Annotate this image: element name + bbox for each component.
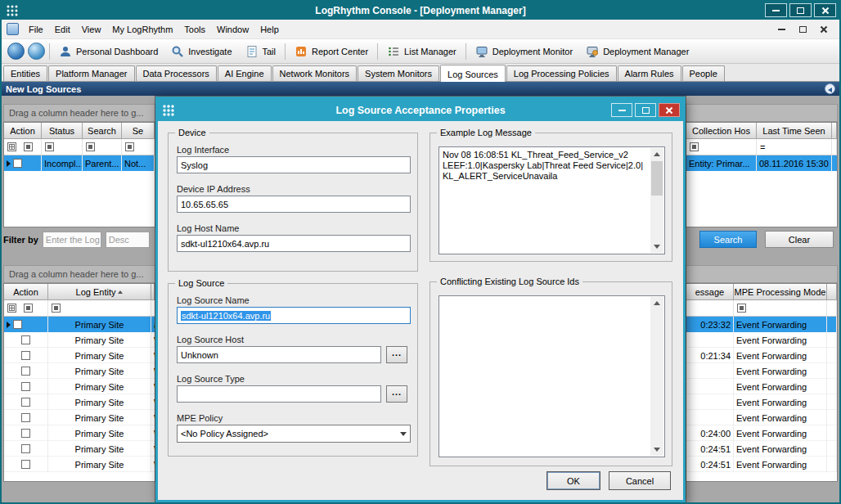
menu-view[interactable]: View (76, 21, 107, 38)
toolbar-deployment-monitor[interactable]: Deployment Monitor (469, 41, 579, 62)
menu-my-logrhythm[interactable]: My LogRhythm (106, 21, 178, 38)
row-checkbox[interactable] (21, 335, 30, 344)
description-filter-input[interactable]: Desc (106, 232, 150, 248)
maximize-button[interactable] (789, 3, 812, 17)
column-header-message[interactable]: essage (686, 284, 734, 300)
log-source-row[interactable]: 0:24:00 Event Forwarding (686, 425, 837, 441)
menu-tools[interactable]: Tools (178, 21, 211, 38)
tab-entities[interactable]: Entities (3, 65, 47, 81)
filter-checkbox[interactable] (24, 304, 33, 313)
log-source-type-browse-button[interactable]: ... (386, 385, 407, 403)
clear-button[interactable]: Clear (765, 231, 834, 248)
new-log-source-row[interactable]: Entity: Primar... 08.11.2016 15:30 (686, 155, 837, 171)
row-checkbox[interactable] (21, 398, 30, 407)
row-checkbox[interactable] (13, 320, 22, 329)
column-header-search[interactable]: Search (83, 123, 122, 139)
log-source-row[interactable]: Primary Site W (4, 348, 155, 363)
column-header-se[interactable]: Se (122, 123, 155, 139)
row-checkbox[interactable] (13, 159, 22, 168)
column-header-action[interactable]: Action (4, 123, 42, 139)
filter-checkbox[interactable] (125, 142, 134, 151)
tab-ai-engine[interactable]: AI Engine (218, 65, 272, 81)
row-checkbox[interactable] (21, 413, 30, 422)
filter-checkbox[interactable] (690, 142, 699, 151)
column-header-status[interactable]: Status (42, 123, 83, 139)
tab-platform-manager[interactable]: Platform Manager (48, 65, 134, 81)
tab-people[interactable]: People (682, 65, 725, 81)
filter-checkbox[interactable] (86, 142, 95, 151)
log-source-row[interactable]: 0:23:32 Event Forwarding (686, 317, 837, 332)
collapse-section-icon[interactable] (825, 83, 835, 94)
mdi-restore-button[interactable] (795, 23, 810, 36)
scrollbar[interactable] (650, 297, 663, 456)
filter-checkbox[interactable] (45, 142, 54, 151)
filter-checkbox[interactable] (52, 304, 61, 313)
log-source-filter-input[interactable]: Enter the Log Sou (43, 232, 101, 248)
row-checkbox[interactable] (21, 351, 30, 360)
filter-checkbox[interactable] (24, 142, 33, 151)
menu-file[interactable]: File (23, 21, 49, 38)
column-header-log-entity[interactable]: Log Entity (48, 284, 151, 300)
log-source-name-input[interactable]: sdkt-ul1210x64.avp.ru (177, 307, 411, 324)
row-checkbox[interactable] (21, 367, 30, 376)
row-checkbox[interactable] (21, 429, 30, 438)
log-source-row[interactable]: 0:21:34 Event Forwarding (686, 348, 837, 363)
log-source-host-browse-button[interactable]: ... (386, 346, 407, 363)
new-log-source-row[interactable]: Incompl... Parent... Not... (4, 155, 155, 171)
column-header-mpe-processing-mode[interactable]: MPE Processing Mode (734, 284, 827, 300)
menu-edit[interactable]: Edit (49, 21, 76, 38)
log-source-row[interactable]: Event Forwarding (686, 332, 837, 348)
log-source-row[interactable]: Primary Site W (4, 363, 155, 379)
tab-network-monitors[interactable]: Network Monitors (272, 65, 358, 81)
dialog-minimize-button[interactable] (611, 103, 632, 117)
column-header-action[interactable]: Action (4, 284, 48, 300)
minimize-button[interactable] (765, 3, 787, 17)
log-source-row[interactable]: Primary Site W (4, 379, 155, 394)
toolbar-personal-dashboard[interactable]: Personal Dashboard (52, 41, 164, 62)
device-ip-input[interactable]: 10.65.65.65 (177, 196, 411, 213)
log-source-row[interactable]: Event Forwarding (686, 379, 837, 394)
group-by-bar[interactable] (686, 104, 838, 122)
log-host-name-input[interactable]: sdkt-ul1210x64.avp.ru (177, 235, 411, 252)
group-by-bar[interactable] (686, 265, 838, 283)
globe-icon[interactable] (7, 43, 25, 60)
cancel-button[interactable]: Cancel (609, 471, 671, 490)
menu-help[interactable]: Help (254, 21, 285, 38)
scrollbar[interactable] (650, 148, 663, 253)
log-source-row[interactable]: Event Forwarding (686, 410, 837, 425)
scrollbar-thumb[interactable] (651, 161, 663, 196)
mdi-close-button[interactable] (816, 23, 831, 36)
row-checkbox[interactable] (21, 382, 30, 391)
column-header-last-time-seen[interactable]: Last Time Seen (757, 123, 832, 139)
log-source-row[interactable]: Event Forwarding (686, 394, 837, 410)
group-by-bar[interactable]: Drag a column header here to g... (3, 104, 155, 122)
mdi-minimize-button[interactable] (774, 23, 789, 36)
log-source-row[interactable]: Primary Site W (4, 332, 155, 348)
row-checkbox[interactable] (21, 444, 30, 453)
scroll-down-icon[interactable] (650, 241, 663, 253)
log-source-row[interactable]: 0:24:51 Event Forwarding (686, 441, 837, 457)
log-source-row[interactable]: Primary Site W (4, 457, 155, 472)
search-button[interactable]: Search (699, 231, 757, 248)
log-source-host-input[interactable]: Unknown (177, 346, 381, 363)
dialog-close-button[interactable] (659, 103, 680, 117)
toolbar-report-center[interactable]: Report Center (288, 41, 375, 62)
toolbar-deployment-manager[interactable]: Deployment Manager (579, 41, 695, 62)
dialog-maximize-button[interactable] (635, 103, 656, 117)
ok-button[interactable]: OK (546, 471, 600, 490)
toolbar-investigate[interactable]: Investigate (164, 41, 238, 62)
tab-system-monitors[interactable]: System Monitors (358, 65, 439, 81)
log-source-row[interactable]: Primary Site a (4, 317, 155, 332)
log-interface-input[interactable]: Syslog (177, 156, 411, 173)
close-button[interactable] (814, 3, 836, 17)
select-all-checkbox[interactable] (7, 142, 16, 151)
target-icon[interactable] (28, 43, 45, 60)
tab-alarm-rules[interactable]: Alarm Rules (618, 65, 681, 81)
mpe-policy-select[interactable]: <No Policy Assigned> (177, 425, 411, 443)
log-source-row[interactable]: Event Forwarding (686, 363, 837, 379)
row-checkbox[interactable] (21, 460, 30, 469)
log-source-type-input[interactable] (177, 385, 381, 403)
group-by-bar[interactable]: Drag a column header here to g... (3, 265, 155, 283)
scroll-down-icon[interactable] (650, 443, 663, 456)
tab-log-processing-policies[interactable]: Log Processing Policies (506, 65, 617, 81)
